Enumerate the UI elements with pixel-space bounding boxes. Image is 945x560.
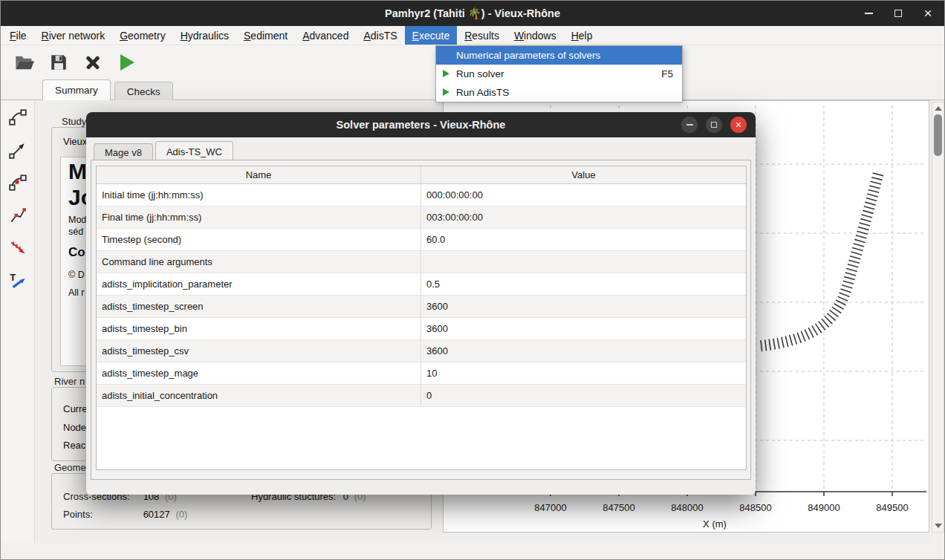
description-line: séd [68,227,83,237]
param-name-cell[interactable]: adists_timestep_screen [97,296,421,317]
geometry-group-label: Geome [51,462,86,473]
param-name-cell[interactable]: Final time (jj:hh:mm:ss) [97,206,421,228]
play-icon [443,88,449,96]
reach-button[interactable] [5,137,30,163]
parameters-table: Name Value Initial time (jj:hh:mm:ss)000… [96,166,747,470]
menu-results[interactable]: Results [457,26,507,45]
dialog-close-icon[interactable]: × [730,117,747,133]
menu-file[interactable]: File [2,26,34,45]
menu-item-run-solver[interactable]: Run solverF5 [436,65,682,83]
river-network-group-label: River n [51,376,86,387]
menu-advanced[interactable]: Advanced [295,26,356,45]
x-tick-label: 847500 [603,502,634,513]
param-value-cell[interactable]: 0.5 [421,273,746,295]
open-button[interactable] [10,48,39,77]
param-value-cell[interactable]: 3600 [421,318,746,339]
river-network-button[interactable] [5,105,30,130]
solver-parameters-dialog: Solver parameters - Vieux-Rhône × Mage v… [86,112,756,495]
open-folder-icon [14,52,35,73]
dialog-tab-mage-v8[interactable]: Mage v8 [94,143,153,161]
param-value-cell[interactable]: 0 [421,385,746,406]
param-name-cell[interactable]: Initial time (jj:hh:mm:ss) [97,184,421,206]
translation-button[interactable]: T [5,268,30,293]
menu-help[interactable]: Help [564,26,600,45]
points-stat: Points: 60127 (0) [63,509,187,520]
param-row-adists-implicitation-parameter[interactable]: adists_implicitation_parameter0.5 [97,273,746,296]
param-value-cell[interactable] [421,251,746,273]
scroll-down-icon[interactable] [935,524,942,528]
minimize-icon[interactable] [863,7,874,19]
scrollbar-thumb[interactable] [934,114,942,156]
menu-item-numerical-parameters-of-solvers[interactable]: Numerical parameters of solvers [436,46,682,65]
param-name-cell[interactable]: adists_timestep_csv [97,340,421,362]
column-header-value: Value [421,166,746,183]
x-tick-label: 847000 [534,502,566,513]
window-title: Pamhyr2 (Tahiti 🌴) - Vieux-Rhône [385,7,560,20]
dialog-tabbar: Mage v8Adis-TS_WC [94,140,236,160]
menu-windows[interactable]: Windows [507,26,564,45]
param-value-cell[interactable]: 003:00:00:00 [421,206,746,228]
param-row-initial-time-jj-hh-mm-ss[interactable]: Initial time (jj:hh:mm:ss)000:00:00:00 [97,184,746,206]
translation-icon: T [8,271,27,290]
param-row-adists-timestep-mage[interactable]: adists_timestep_mage10 [97,362,746,385]
param-value-cell[interactable]: 60.0 [421,229,746,250]
menu-item-shortcut: F5 [661,68,673,79]
table-header: Name Value [97,166,746,184]
play-icon [443,70,449,77]
menu-geometry[interactable]: Geometry [112,26,172,45]
menubar: FileRiver networkGeometryHydraulicsSedim… [1,26,944,45]
dialog-maximize-icon[interactable] [706,117,722,133]
param-row-adists-timestep-csv[interactable]: adists_timestep_csv3600 [97,340,746,362]
param-row-adists-timestep-bin[interactable]: adists_timestep_bin3600 [97,318,746,340]
param-name-cell[interactable]: adists_implicitation_parameter [97,273,421,295]
param-row-timestep-second[interactable]: Timestep (second)60.0 [97,229,746,251]
study-group-label: Study [59,116,89,127]
x-tick-label: 849000 [808,502,840,513]
save-icon [49,53,68,72]
dialog-title: Solver parameters - Vieux-Rhône [337,119,506,131]
dialog-tab-adis-ts-wc[interactable]: Adis-TS_WC [155,141,233,161]
river-network-row-label: Curre [63,403,88,414]
param-value-cell[interactable]: 3600 [421,296,746,317]
param-row-command-line-arguments[interactable]: Command line arguments [97,251,746,273]
run-play-icon [120,54,134,71]
menu-item-label: Numerical parameters of solvers [456,50,600,61]
current-node-button[interactable] [5,170,30,195]
menu-river-network[interactable]: River network [34,26,113,45]
network-path-button[interactable] [5,203,30,228]
dialog-controls: × [681,117,747,133]
menu-adists[interactable]: AdisTS [356,26,404,45]
param-name-cell[interactable]: adists_initial_concentration [97,385,421,406]
network-path-icon [8,206,27,225]
param-name-cell[interactable]: Timestep (second) [97,229,421,250]
param-name-cell[interactable]: adists_timestep_mage [97,362,421,384]
menu-sediment[interactable]: Sediment [236,26,295,45]
close-icon[interactable]: × [922,7,934,19]
menu-hydraulics[interactable]: Hydraulics [173,26,236,45]
scroll-up-icon[interactable] [935,106,942,111]
param-name-cell[interactable]: Command line arguments [97,251,421,273]
execute-menu-dropdown: Numerical parameters of solversRun solve… [435,45,683,102]
dialog-minimize-icon[interactable] [681,117,698,133]
run-button[interactable] [112,48,142,77]
param-value-cell[interactable]: 10 [421,362,746,384]
menu-execute[interactable]: Execute [405,26,458,45]
tab-checks[interactable]: Checks [114,82,173,100]
param-value-cell[interactable]: 000:00:00:00 [421,184,746,206]
application-window: Pamhyr2 (Tahiti 🌴) - Vieux-Rhône × FileR… [0,0,945,560]
maximize-icon[interactable] [892,7,904,19]
close-project-button[interactable] [78,48,108,77]
x-tick-label: 849500 [876,502,908,513]
menu-item-run-adists[interactable]: Run AdisTS [436,83,682,102]
param-value-cell[interactable]: 3600 [421,340,746,362]
vertical-scrollbar[interactable] [932,102,944,533]
param-row-adists-initial-concentration[interactable]: adists_initial_concentration0 [97,385,746,407]
param-row-final-time-jj-hh-mm-ss[interactable]: Final time (jj:hh:mm:ss)003:00:00:00 [97,206,746,229]
save-button[interactable] [44,48,74,77]
cross-section-profile-button[interactable] [5,235,30,261]
param-name-cell[interactable]: adists_timestep_bin [97,318,421,339]
tab-summary[interactable]: Summary [42,79,111,100]
description-line: © D [68,270,85,280]
param-row-adists-timestep-screen[interactable]: adists_timestep_screen3600 [97,296,746,318]
stat-value: 60127 [143,509,170,520]
